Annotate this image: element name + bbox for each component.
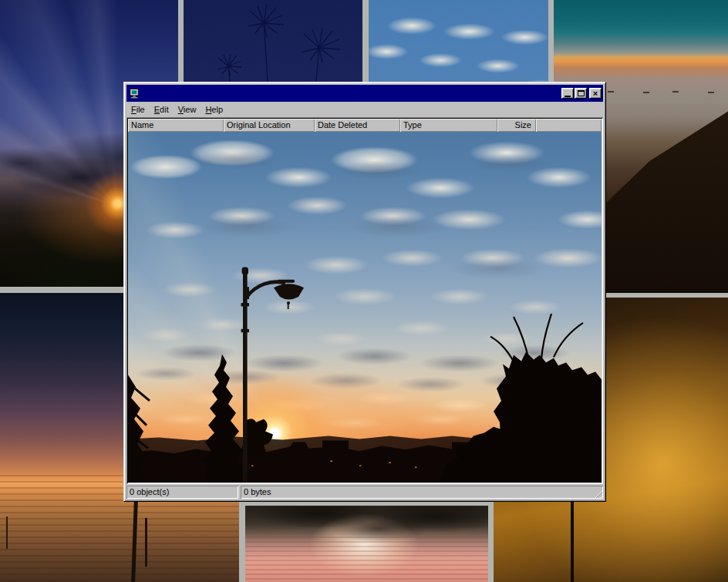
lamp-head (274, 284, 304, 299)
minimize-button[interactable] (561, 88, 574, 99)
column-header-filler[interactable] (536, 119, 602, 132)
lamp-post-silhouette (571, 500, 574, 582)
list-view[interactable]: Name Original Location Date Deleted Type… (126, 117, 603, 484)
column-header-type[interactable]: Type (400, 119, 497, 132)
column-header-name[interactable]: Name (128, 119, 224, 132)
building (322, 440, 349, 452)
wallpaper-water-reflections-photo (245, 506, 488, 582)
column-header-original-location[interactable]: Original Location (224, 119, 315, 132)
status-bar: 0 object(s) 0 bytes (126, 486, 603, 499)
water-pole (6, 516, 8, 549)
column-header-date-deleted[interactable]: Date Deleted (315, 119, 400, 132)
computer-icon[interactable] (129, 88, 140, 99)
status-size: 0 bytes (241, 486, 603, 499)
maximize-button[interactable] (575, 88, 587, 99)
menu-bar: File Edit View Help (126, 102, 603, 117)
menu-file[interactable]: File (126, 103, 150, 116)
column-header-row: Name Original Location Date Deleted Type… (128, 119, 602, 132)
column-header-size[interactable]: Size (497, 119, 536, 132)
menu-view[interactable]: View (174, 103, 201, 116)
ripples (245, 537, 488, 582)
titlebar[interactable]: × (126, 85, 603, 102)
recycle-bin-window: × File Edit View Help Name Original Loca… (123, 82, 606, 502)
titlebar-buttons: × (561, 88, 602, 99)
cypress-tree (202, 354, 245, 483)
close-button[interactable]: × (589, 88, 602, 99)
water-pole (145, 518, 147, 567)
islands (608, 91, 614, 93)
maximize-icon (578, 90, 585, 96)
status-objects: 0 object(s) (126, 486, 238, 499)
foreground-silhouettes (128, 132, 602, 483)
minimize-icon (565, 96, 571, 97)
right-tree (494, 352, 602, 483)
menu-edit[interactable]: Edit (150, 103, 174, 116)
sunset-streetlamp-photo (128, 132, 602, 483)
close-icon: × (593, 89, 598, 97)
menu-help[interactable]: Help (201, 103, 228, 116)
